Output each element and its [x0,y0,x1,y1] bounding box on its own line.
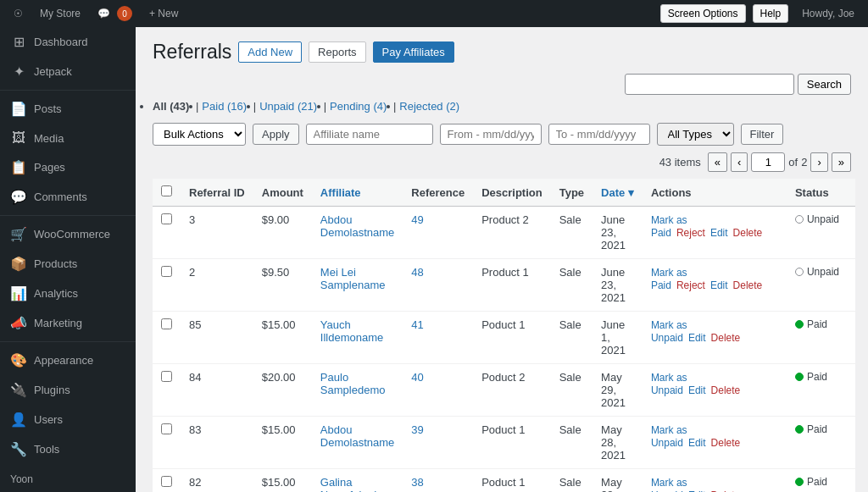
sidebar-item-plugins[interactable]: 🔌Plugins [0,375,136,405]
filter-pending-link[interactable]: Pending (4) [330,100,387,113]
sidebar-item-woocommerce[interactable]: 🛒WooCommerce [0,219,136,249]
cell-reference[interactable]: 40 [403,364,473,417]
search-input[interactable] [625,74,794,95]
users-icon: 👤 [10,412,27,428]
my-store-link[interactable]: My Store [33,8,87,19]
action-delete[interactable]: Delete [711,437,741,449]
row-checkbox[interactable] [161,423,172,434]
sidebar-item-tools[interactable]: 🔧Tools [0,434,136,464]
filter-all-link[interactable]: All (43) [153,100,189,113]
cell-affiliate[interactable]: Yauch Illdemoname [312,312,403,364]
comments-link[interactable]: 💬 0 [91,6,139,21]
col-header-date[interactable]: Date ▾ [593,179,643,207]
sidebar-item-users[interactable]: 👤Users [0,405,136,434]
pay-affiliates-button[interactable]: Pay Affiliates [373,41,454,63]
prev-page-button[interactable]: ‹ [731,152,748,172]
action-delete[interactable]: Delete [711,384,741,396]
select-all-checkbox[interactable] [161,185,172,196]
col-header-description[interactable]: Description [473,179,551,207]
cell-reference[interactable]: 39 [403,417,473,469]
cell-reference[interactable]: 48 [403,259,473,312]
reports-button[interactable]: Reports [309,41,366,63]
cell-actions: Mark as PaidRejectEditDelete [643,207,787,259]
cell-reference[interactable]: 49 [403,207,473,259]
status-dot [795,373,804,381]
action-delete[interactable]: Delete [733,279,763,291]
bulk-actions-select[interactable]: Bulk Actions [153,123,246,146]
col-header-reference[interactable]: Reference [403,179,473,207]
status-dot [795,268,804,276]
table-row: 83 $15.00 Abdou Demolastname 39 Poduct 1… [153,417,855,469]
row-checkbox[interactable] [161,318,172,329]
screen-options-button[interactable]: Screen Options [660,4,746,23]
filter-paid-link[interactable]: Paid (16) [202,100,247,113]
row-checkbox[interactable] [161,371,172,382]
products-icon: 📦 [10,256,27,272]
cell-affiliate[interactable]: Paulo Sampledemo [312,364,403,417]
col-header-status[interactable]: Status [787,179,855,207]
apply-button[interactable]: Apply [253,124,299,145]
row-checkbox[interactable] [161,213,172,224]
search-button[interactable]: Search [798,74,851,95]
action-mark-as-unpaid[interactable]: Mark as Unpaid [651,372,687,396]
filter-button[interactable]: Filter [741,124,784,145]
col-header-type[interactable]: Type [551,179,593,207]
cell-id: 84 [181,364,253,417]
cell-description: Poduct 1 [473,312,551,364]
status-label: Unpaid [807,266,839,278]
sidebar-item-comments[interactable]: 💬Comments [0,182,136,212]
row-checkbox[interactable] [161,476,172,487]
sidebar-item-pages[interactable]: 📋Pages [0,152,136,182]
sidebar-item-products[interactable]: 📦Products [0,249,136,279]
filter-rejected-link[interactable]: Rejected (2) [399,100,459,113]
type-filter-select[interactable]: All Types [657,123,734,146]
action-delete[interactable]: Delete [711,332,741,344]
wp-logo[interactable]: ☉ [7,8,30,19]
sidebar-item-media[interactable]: 🖼Media [0,124,136,152]
action-mark-as-unpaid[interactable]: Mark as Unpaid [651,319,687,344]
sidebar-item-posts[interactable]: 📄Posts [0,94,136,124]
cell-type: Sale [551,312,593,364]
col-header-id[interactable]: Referral ID [181,179,253,207]
cell-affiliate[interactable]: Abdou Demolastname [312,417,403,469]
cell-affiliate[interactable]: Abdou Demolastname [312,207,403,259]
filter-rejected[interactable]: Rejected (2) [399,100,463,113]
action-reject[interactable]: Reject [676,227,705,239]
action-delete[interactable]: Delete [733,227,763,239]
action-mark-as-unpaid[interactable]: Mark as Unpaid [651,477,687,492]
cell-reference[interactable]: 38 [403,469,473,493]
date-to-filter[interactable] [548,124,650,145]
sidebar-item-dashboard[interactable]: ⊞Dashboard [0,27,136,57]
cell-affiliate[interactable]: Mei Lei Samplename [312,259,403,312]
last-page-button[interactable]: » [832,152,851,172]
action-edit[interactable]: Edit [688,384,706,396]
cell-affiliate[interactable]: Galina Namefakedem o [312,469,403,493]
affiliate-name-filter[interactable] [306,124,433,145]
col-header-affiliate[interactable]: Affiliate [312,179,403,207]
row-checkbox[interactable] [161,266,172,277]
new-content-link[interactable]: + New [142,8,185,19]
sidebar-item-jetpack[interactable]: ✦Jetpack [0,57,136,86]
sidebar-item-marketing[interactable]: 📣Marketing [0,308,136,338]
cell-id: 3 [181,207,253,259]
col-header-amount[interactable]: Amount [253,179,312,207]
sidebar-item-analytics[interactable]: 📊Analytics [0,279,136,308]
next-page-button[interactable]: › [810,152,827,172]
help-button[interactable]: Help [753,4,789,23]
action-edit[interactable]: Edit [710,227,728,239]
current-page-input[interactable] [751,152,785,172]
filter-unpaid-link[interactable]: Unpaid (21) [259,100,317,113]
action-edit[interactable]: Edit [688,332,706,344]
first-page-button[interactable]: « [708,152,727,172]
add-new-button[interactable]: Add New [238,41,302,63]
howdy-user[interactable]: Howdy, Joe [795,8,861,19]
cell-reference[interactable]: 41 [403,312,473,364]
action-reject[interactable]: Reject [676,279,705,291]
action-edit[interactable]: Edit [688,437,706,449]
action-edit[interactable]: Edit [710,279,728,291]
cell-actions: Mark as UnpaidEditDelete [643,469,787,493]
action-mark-as-unpaid[interactable]: Mark as Unpaid [651,424,687,449]
date-from-filter[interactable] [440,124,542,145]
sidebar-item-appearance[interactable]: 🎨Appearance [0,346,136,375]
cell-type: Sale [551,364,593,417]
